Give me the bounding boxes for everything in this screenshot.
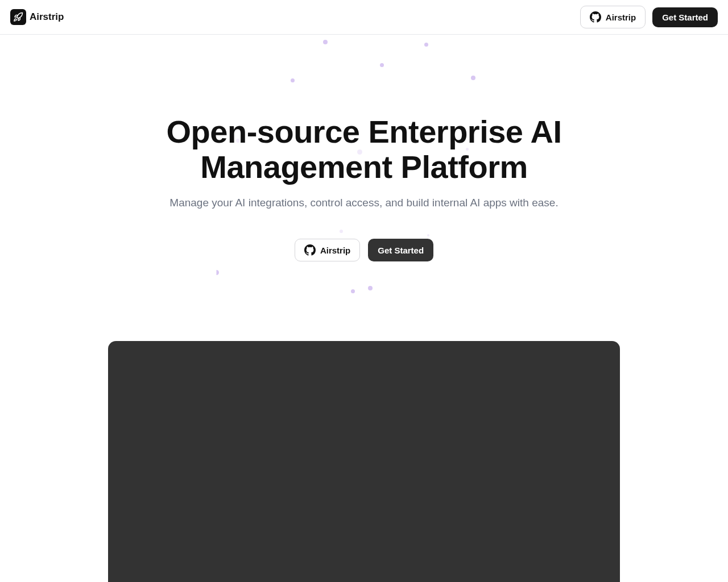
hero-title: Open-source Enterprise AI Management Pla…: [85, 114, 643, 184]
rocket-icon: [10, 9, 26, 25]
get-started-label: Get Started: [662, 13, 708, 22]
github-icon: [304, 244, 316, 256]
site-header: Airstrip Airstrip Get Started: [0, 0, 728, 35]
hero-subtitle: Manage your AI integrations, control acc…: [0, 197, 728, 209]
product-preview-placeholder: [108, 341, 620, 582]
get-started-button[interactable]: Get Started: [652, 7, 718, 27]
hero-get-started-button[interactable]: Get Started: [368, 239, 433, 261]
hero-github-label: Airstrip: [320, 246, 350, 255]
header-actions: Airstrip Get Started: [580, 6, 718, 28]
hero-section: Open-source Enterprise AI Management Pla…: [0, 35, 728, 582]
hero-get-started-label: Get Started: [378, 246, 424, 255]
brand-logo[interactable]: Airstrip: [10, 9, 64, 25]
hero-cta-row: Airstrip Get Started: [0, 239, 728, 261]
brand-name: Airstrip: [30, 11, 64, 23]
github-link[interactable]: Airstrip: [580, 6, 646, 28]
hero-github-link[interactable]: Airstrip: [295, 239, 360, 261]
github-link-label: Airstrip: [606, 13, 636, 22]
github-icon: [590, 11, 601, 23]
